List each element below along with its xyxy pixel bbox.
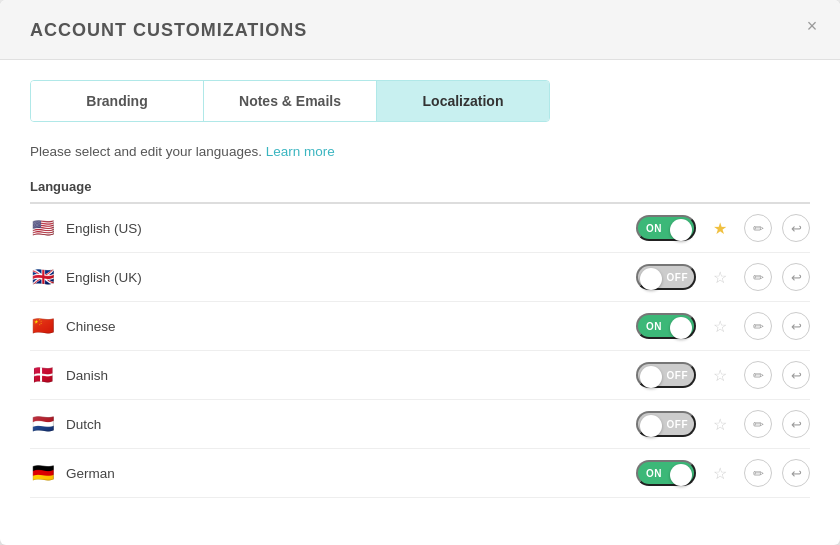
star-button-zh[interactable]: ☆	[706, 312, 734, 340]
table-row: 🇨🇳 Chinese ON ☆ ✏ ↩	[30, 302, 810, 351]
controls-cell: ON ☆ ✏ ↩	[335, 459, 810, 487]
toggle-knob	[640, 366, 662, 388]
star-button-en-uk[interactable]: ☆	[706, 263, 734, 291]
language-table: Language 🇺🇸 English (US) ON ★ ✏ ↩	[30, 173, 810, 498]
toggle-en-us[interactable]: ON	[636, 215, 696, 241]
toggle-zh[interactable]: ON	[636, 313, 696, 339]
controls-cell: OFF ☆ ✏ ↩	[335, 410, 810, 438]
controls-cell: ON ☆ ✏ ↩	[335, 312, 810, 340]
toggle-nl[interactable]: OFF	[636, 411, 696, 437]
toggle-knob	[670, 219, 692, 241]
toggle-label: ON	[646, 223, 662, 234]
language-name: German	[66, 466, 115, 481]
description-text: Please select and edit your languages. L…	[30, 144, 810, 159]
table-row: 🇳🇱 Dutch OFF ☆ ✏ ↩	[30, 400, 810, 449]
language-name: English (UK)	[66, 270, 142, 285]
modal-title: ACCOUNT CUSTOMIZATIONS	[30, 20, 307, 40]
revert-button-da[interactable]: ↩	[782, 361, 810, 389]
flag-icon: 🇬🇧	[30, 264, 56, 290]
controls-cell: ON ★ ✏ ↩	[335, 214, 810, 242]
language-cell: 🇩🇪 German	[30, 460, 335, 486]
toggle-knob	[670, 317, 692, 339]
edit-button-de[interactable]: ✏	[744, 459, 772, 487]
tab-localization[interactable]: Localization	[377, 81, 549, 121]
edit-button-nl[interactable]: ✏	[744, 410, 772, 438]
star-button-de[interactable]: ☆	[706, 459, 734, 487]
edit-button-en-us[interactable]: ✏	[744, 214, 772, 242]
flag-icon: 🇨🇳	[30, 313, 56, 339]
language-cell: 🇳🇱 Dutch	[30, 411, 335, 437]
toggle-de[interactable]: ON	[636, 460, 696, 486]
edit-button-zh[interactable]: ✏	[744, 312, 772, 340]
toggle-label: OFF	[667, 370, 689, 381]
account-customizations-modal: ACCOUNT CUSTOMIZATIONS × Branding Notes …	[0, 0, 840, 545]
toggle-da[interactable]: OFF	[636, 362, 696, 388]
learn-more-link[interactable]: Learn more	[266, 144, 335, 159]
edit-button-en-uk[interactable]: ✏	[744, 263, 772, 291]
close-button[interactable]: ×	[800, 14, 824, 38]
language-cell: 🇬🇧 English (UK)	[30, 264, 335, 290]
controls-cell: OFF ☆ ✏ ↩	[335, 361, 810, 389]
tab-bar: Branding Notes & Emails Localization	[30, 80, 550, 122]
controls-cell: OFF ☆ ✏ ↩	[335, 263, 810, 291]
table-row: 🇬🇧 English (UK) OFF ☆ ✏ ↩	[30, 253, 810, 302]
language-name: Danish	[66, 368, 108, 383]
toggle-label: OFF	[667, 419, 689, 430]
revert-button-nl[interactable]: ↩	[782, 410, 810, 438]
revert-button-zh[interactable]: ↩	[782, 312, 810, 340]
revert-button-de[interactable]: ↩	[782, 459, 810, 487]
star-button-en-us[interactable]: ★	[706, 214, 734, 242]
modal-body: Branding Notes & Emails Localization Ple…	[0, 80, 840, 528]
revert-button-en-us[interactable]: ↩	[782, 214, 810, 242]
toggle-knob	[640, 415, 662, 437]
language-cell: 🇨🇳 Chinese	[30, 313, 335, 339]
table-row: 🇺🇸 English (US) ON ★ ✏ ↩	[30, 203, 810, 253]
star-button-nl[interactable]: ☆	[706, 410, 734, 438]
flag-icon: 🇺🇸	[30, 215, 56, 241]
toggle-knob	[640, 268, 662, 290]
flag-icon: 🇳🇱	[30, 411, 56, 437]
tab-notes-emails[interactable]: Notes & Emails	[204, 81, 377, 121]
table-row: 🇩🇰 Danish OFF ☆ ✏ ↩	[30, 351, 810, 400]
toggle-label: ON	[646, 321, 662, 332]
revert-button-en-uk[interactable]: ↩	[782, 263, 810, 291]
language-name: Chinese	[66, 319, 116, 334]
language-name: Dutch	[66, 417, 101, 432]
flag-icon: 🇩🇪	[30, 460, 56, 486]
table-row: 🇩🇪 German ON ☆ ✏ ↩	[30, 449, 810, 498]
language-cell: 🇩🇰 Danish	[30, 362, 335, 388]
modal-header: ACCOUNT CUSTOMIZATIONS ×	[0, 0, 840, 60]
language-name: English (US)	[66, 221, 142, 236]
star-button-da[interactable]: ☆	[706, 361, 734, 389]
toggle-en-uk[interactable]: OFF	[636, 264, 696, 290]
flag-icon: 🇩🇰	[30, 362, 56, 388]
tab-branding[interactable]: Branding	[31, 81, 204, 121]
toggle-knob	[670, 464, 692, 486]
toggle-label: ON	[646, 468, 662, 479]
toggle-label: OFF	[667, 272, 689, 283]
edit-button-da[interactable]: ✏	[744, 361, 772, 389]
language-column-header: Language	[30, 173, 335, 203]
language-cell: 🇺🇸 English (US)	[30, 215, 335, 241]
